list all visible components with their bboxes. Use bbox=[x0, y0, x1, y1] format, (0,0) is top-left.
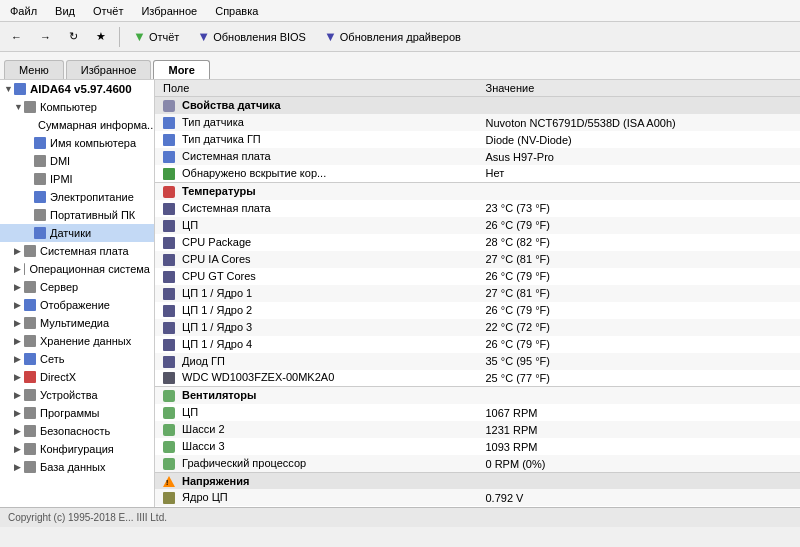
value-temp-core3: 22 °C (72 °F) bbox=[478, 319, 801, 336]
report-button[interactable]: ▼ Отчёт bbox=[126, 25, 186, 49]
temp-hdd-icon bbox=[163, 372, 175, 384]
server-icon bbox=[24, 281, 36, 293]
sidebar-item-config[interactable]: ▶ Конфигурация bbox=[0, 440, 154, 458]
sidebar-item-sensors[interactable]: Датчики bbox=[0, 224, 154, 242]
temp-sysboard-icon bbox=[163, 203, 175, 215]
tab-favorites[interactable]: Избранное bbox=[66, 60, 152, 79]
sidebar-item-hostname[interactable]: Имя компьютера bbox=[0, 134, 154, 152]
field-sysboard: Системная плата bbox=[182, 150, 271, 162]
forward-button[interactable]: → bbox=[33, 25, 58, 49]
menu-help[interactable]: Справка bbox=[209, 3, 264, 19]
sidebar-item-database[interactable]: ▶ База данных bbox=[0, 458, 154, 476]
fan-chassis3-icon bbox=[163, 441, 175, 453]
network-icon bbox=[24, 353, 36, 365]
sidebar-item-database-label: База данных bbox=[40, 461, 106, 473]
content-area: Поле Значение Свойства датчика Тип датчи… bbox=[155, 80, 800, 507]
directx-icon bbox=[24, 371, 36, 383]
sidebar-item-computer[interactable]: ▼ Компьютер bbox=[0, 98, 154, 116]
sidebar-item-security[interactable]: ▶ Безопасность bbox=[0, 422, 154, 440]
menu-file[interactable]: Файл bbox=[4, 3, 43, 19]
tab-more[interactable]: More bbox=[153, 60, 209, 79]
refresh-button[interactable]: ↻ bbox=[62, 25, 85, 49]
sidebar-item-display[interactable]: ▶ Отображение bbox=[0, 296, 154, 314]
field-sensor-type: Тип датчика bbox=[182, 116, 244, 128]
menu-report[interactable]: Отчёт bbox=[87, 3, 129, 19]
sidebar-item-portable-label: Портативный ПК bbox=[50, 209, 135, 221]
tab-menu[interactable]: Меню bbox=[4, 60, 64, 79]
temp-cpupkg-icon bbox=[163, 237, 175, 249]
ipmi-icon bbox=[34, 173, 46, 185]
bios-update-button[interactable]: ▼ Обновления BIOS bbox=[190, 25, 313, 49]
volt-section-icon bbox=[163, 476, 175, 487]
fan-gpu-icon bbox=[163, 458, 175, 470]
sidebar: ▼ AIDA64 v5.97.4600 ▼ Компьютер Суммарна… bbox=[0, 80, 155, 507]
table-row: ЦП 1 / Ядро 1 27 °C (81 °F) bbox=[155, 285, 800, 302]
table-row: Системная плата Asus H97-Pro bbox=[155, 148, 800, 165]
temp-core1-icon bbox=[163, 288, 175, 300]
expander-icon: ▶ bbox=[14, 246, 24, 256]
bios-update-icon: ▼ bbox=[197, 29, 210, 44]
sidebar-item-network[interactable]: ▶ Сеть bbox=[0, 350, 154, 368]
star-icon: ★ bbox=[96, 30, 106, 43]
sidebar-item-server[interactable]: ▶ Сервер bbox=[0, 278, 154, 296]
expander-icon: ▼ bbox=[14, 102, 24, 112]
sidebar-item-storage[interactable]: ▶ Хранение данных bbox=[0, 332, 154, 350]
value-temp-core4: 26 °C (79 °F) bbox=[478, 336, 801, 353]
database-icon bbox=[24, 461, 36, 473]
expander-icon: ▶ bbox=[14, 336, 24, 346]
sidebar-item-storage-label: Хранение данных bbox=[40, 335, 131, 347]
sidebar-item-network-label: Сеть bbox=[40, 353, 64, 365]
sidebar-item-aida64[interactable]: ▼ AIDA64 v5.97.4600 bbox=[0, 80, 154, 98]
field-temp-sysboard: Системная плата bbox=[182, 202, 271, 214]
bios-update-label: Обновления BIOS bbox=[213, 31, 306, 43]
main-layout: ▼ AIDA64 v5.97.4600 ▼ Компьютер Суммарна… bbox=[0, 80, 800, 507]
favorites-button[interactable]: ★ bbox=[89, 25, 113, 49]
fan-cpu-icon bbox=[163, 407, 175, 419]
value-temp-cpugt: 26 °C (79 °F) bbox=[478, 268, 801, 285]
sidebar-item-devices-label: Устройства bbox=[40, 389, 98, 401]
sidebar-item-portable[interactable]: Портативный ПК bbox=[0, 206, 154, 224]
back-button[interactable]: ← bbox=[4, 25, 29, 49]
menu-favorites[interactable]: Избранное bbox=[135, 3, 203, 19]
value-temp-cpuia: 27 °C (81 °F) bbox=[478, 251, 801, 268]
section-temperatures-label: Температуры bbox=[182, 185, 256, 197]
sidebar-item-os[interactable]: ▶ Операционная система bbox=[0, 260, 154, 278]
table-row: Тип датчика ГП Diode (NV-Diode) bbox=[155, 131, 800, 148]
field-gpu-sensor-type: Тип датчика ГП bbox=[182, 133, 261, 145]
table-row: CPU VRM 1.776 V bbox=[155, 506, 800, 507]
sidebar-item-devices[interactable]: ▶ Устройства bbox=[0, 386, 154, 404]
computer-icon bbox=[24, 101, 36, 113]
value-temp-gpudiode: 35 °C (95 °F) bbox=[478, 353, 801, 370]
value-fan-chassis3: 1093 RPM bbox=[478, 438, 801, 455]
value-sysboard: Asus H97-Pro bbox=[478, 148, 801, 165]
sidebar-item-multimedia[interactable]: ▶ Мультимедиа bbox=[0, 314, 154, 332]
storage-icon bbox=[24, 335, 36, 347]
value-fan-chassis2: 1231 RPM bbox=[478, 421, 801, 438]
field-fan-chassis3: Шасси 3 bbox=[182, 440, 225, 452]
section-voltages-label: Напряжения bbox=[182, 475, 249, 487]
sidebar-item-directx[interactable]: ▶ DirectX bbox=[0, 368, 154, 386]
expander-icon: ▶ bbox=[14, 372, 24, 382]
sidebar-item-os-label: Операционная система bbox=[29, 263, 150, 275]
temp-core3-icon bbox=[163, 322, 175, 334]
sidebar-item-programs[interactable]: ▶ Программы bbox=[0, 404, 154, 422]
sidebar-item-power-label: Электропитание bbox=[50, 191, 134, 203]
table-row: ЦП 1067 RPM bbox=[155, 404, 800, 421]
value-temp-core1: 27 °C (81 °F) bbox=[478, 285, 801, 302]
sidebar-item-summary[interactable]: Суммарная информа... bbox=[0, 116, 154, 134]
sidebar-item-sysboard[interactable]: ▶ Системная плата bbox=[0, 242, 154, 260]
menu-view[interactable]: Вид bbox=[49, 3, 81, 19]
value-temp-cpu: 26 °C (79 °F) bbox=[478, 217, 801, 234]
temp-gpudiode-icon bbox=[163, 356, 175, 368]
field-temp-cpupkg: CPU Package bbox=[182, 236, 251, 248]
report-icon: ▼ bbox=[133, 29, 146, 44]
status-text: Copyright (c) 1995-2018 E... IIII Ltd. bbox=[8, 512, 167, 523]
sidebar-item-hostname-label: Имя компьютера bbox=[50, 137, 136, 149]
sidebar-item-directx-label: DirectX bbox=[40, 371, 76, 383]
table-row: CPU IA Cores 27 °C (81 °F) bbox=[155, 251, 800, 268]
sidebar-item-power[interactable]: Электропитание bbox=[0, 188, 154, 206]
driver-update-button[interactable]: ▼ Обновления драйверов bbox=[317, 25, 468, 49]
sensor-type-icon bbox=[163, 117, 175, 129]
sidebar-item-ipmi[interactable]: IPMI bbox=[0, 170, 154, 188]
sidebar-item-dmi[interactable]: DMI bbox=[0, 152, 154, 170]
